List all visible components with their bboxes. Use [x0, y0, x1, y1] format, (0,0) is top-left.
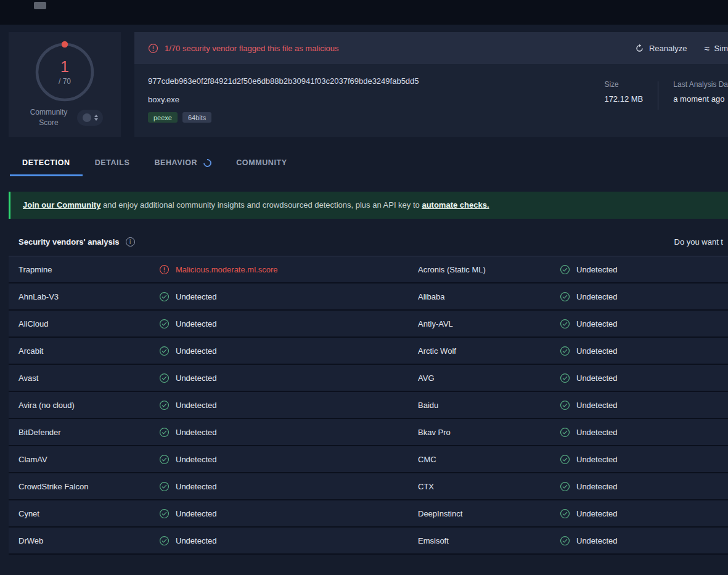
detection-result-text: Undetected	[576, 265, 618, 274]
analysis-title: Security vendors' analysis	[18, 237, 120, 247]
check-circle-icon	[560, 373, 570, 383]
file-tags: peexe 64bits	[148, 112, 419, 123]
vendor-name: BitDefender	[18, 428, 159, 437]
vote-gauge-icon	[83, 113, 91, 122]
detection-result-text: Undetected	[176, 536, 217, 545]
table-row: CrowdStrike FalconUndetectedCTXUndetecte…	[9, 473, 728, 500]
size-label: Size	[604, 80, 643, 89]
vendor-name: AVG	[418, 373, 560, 383]
vendor-name: Avira (no cloud)	[18, 401, 159, 410]
detection-result: Undetected	[159, 536, 418, 546]
vendor-name: Avast	[18, 373, 159, 383]
detection-result: Undetected	[560, 508, 728, 519]
vendor-name: Baidu	[418, 401, 560, 410]
detections-total: / 70	[59, 77, 71, 86]
vendor-name: Bkav Pro	[418, 428, 560, 437]
file-hash[interactable]: 977cdeb963e0f2f84921d2f50e6db88b2b30941f…	[148, 76, 419, 86]
check-circle-icon	[159, 319, 170, 329]
tab-behavior[interactable]: BEHAVIOR	[142, 153, 224, 176]
tab-detection[interactable]: DETECTION	[10, 153, 83, 176]
check-circle-icon	[159, 536, 170, 546]
vendor-name: CTX	[418, 482, 560, 491]
analysis-header: Security vendors' analysis i Do you want…	[9, 227, 728, 256]
detections-count: 1	[60, 59, 69, 75]
check-circle-icon	[560, 319, 570, 329]
file-details: 977cdeb963e0f2f84921d2f50e6db88b2b30941f…	[134, 64, 728, 137]
loading-spinner-icon	[202, 157, 213, 168]
tab-community[interactable]: COMMUNITY	[224, 153, 299, 176]
check-circle-icon	[560, 481, 570, 492]
tab-label: COMMUNITY	[236, 158, 287, 167]
file-info-panel: 1/70 security vendor flagged this file a…	[134, 32, 728, 137]
score-label-row: Community Score	[27, 107, 103, 129]
community-score-label: Community Score	[27, 107, 71, 129]
file-meta: 977cdeb963e0f2f84921d2f50e6db88b2b30941f…	[148, 76, 419, 137]
detection-result-text: Undetected	[176, 428, 217, 437]
detection-result: Undetected	[159, 373, 418, 383]
check-circle-icon	[560, 427, 570, 438]
vendor-name: AhnLab-V3	[18, 292, 159, 301]
vendor-name: CMC	[418, 455, 560, 464]
vote-carets-icon	[94, 115, 98, 121]
detection-result: Undetected	[560, 346, 728, 356]
similar-button[interactable]: ≈ Sim	[704, 43, 728, 54]
vendor-name: Antiy-AVL	[418, 319, 560, 328]
virustotal-file-report-page: 1 / 70 Community Score	[0, 0, 728, 575]
table-row: DrWebUndetectedEmsisoftUndetected	[9, 528, 728, 555]
reanalyze-icon	[635, 44, 644, 53]
last-analysis-stat: Last Analysis Da a moment ago	[673, 80, 728, 137]
check-circle-icon	[159, 292, 170, 302]
reanalyze-label: Reanalyze	[649, 44, 687, 53]
vendor-name: AliCloud	[18, 319, 159, 328]
detection-result-text: Undetected	[576, 455, 618, 464]
automate-checks-link[interactable]: automate checks.	[422, 200, 489, 210]
detection-result-text: Undetected	[176, 482, 217, 491]
tag-peexe[interactable]: peexe	[148, 112, 178, 123]
vendor-name: Acronis (Static ML)	[418, 265, 560, 274]
vendor-name: DeepInstinct	[418, 509, 560, 518]
detection-result: Undetected	[560, 536, 728, 546]
last-analysis-label: Last Analysis Da	[673, 80, 728, 89]
info-icon[interactable]: i	[126, 237, 135, 247]
tab-label: DETAILS	[95, 158, 130, 167]
tab-details[interactable]: DETAILS	[83, 153, 142, 176]
detection-result-text: Undetected	[176, 455, 217, 464]
detection-result: Undetected	[560, 319, 728, 329]
detection-result-text: Undetected	[576, 373, 618, 383]
detection-result: Undetected	[560, 400, 728, 410]
detection-result: Undetected	[560, 264, 728, 275]
tag-64bits[interactable]: 64bits	[182, 112, 211, 123]
detection-result: Undetected	[159, 292, 418, 302]
tab-label: BEHAVIOR	[154, 158, 197, 167]
check-circle-icon	[159, 373, 170, 383]
check-circle-icon	[560, 400, 570, 410]
table-row: AvastUndetectedAVGUndetected	[9, 365, 728, 392]
detection-result: Undetected	[159, 454, 418, 465]
reanalyze-button[interactable]: Reanalyze	[635, 44, 687, 53]
detection-result-text: Undetected	[576, 401, 618, 410]
analysis-header-right-text[interactable]: Do you want t	[674, 237, 724, 247]
community-vote-widget[interactable]	[77, 110, 103, 126]
detection-result-text: Malicious.moderate.ml.score	[176, 265, 277, 274]
detection-result-text: Undetected	[576, 346, 618, 356]
join-community-link[interactable]: Join our Community	[23, 200, 100, 210]
tab-label: DETECTION	[22, 158, 70, 167]
size-stat: Size 172.12 MB	[604, 80, 643, 137]
check-circle-icon	[159, 481, 170, 492]
detection-result-text: Undetected	[576, 428, 618, 437]
detection-result-text: Undetected	[576, 319, 618, 328]
check-circle-icon	[159, 454, 170, 465]
detection-result-text: Undetected	[576, 292, 618, 301]
file-stats: Size 172.12 MB Last Analysis Da a moment…	[604, 76, 728, 137]
community-score-card: 1 / 70 Community Score	[9, 32, 121, 137]
detection-result-text: Undetected	[176, 292, 217, 301]
table-row: AhnLab-V3UndetectedAlibabaUndetected	[9, 283, 728, 311]
file-header: 1 / 70 Community Score	[0, 25, 728, 137]
detection-result-text: Undetected	[576, 536, 618, 545]
table-row: TrapmineMalicious.moderate.ml.scoreAcron…	[9, 256, 728, 283]
last-analysis-value: a moment ago	[673, 94, 728, 104]
check-circle-icon	[159, 508, 170, 519]
vendor-name: CrowdStrike Falcon	[18, 482, 159, 491]
vendor-name: Arcabit	[18, 346, 159, 356]
detection-result: Malicious.moderate.ml.score	[159, 264, 418, 275]
